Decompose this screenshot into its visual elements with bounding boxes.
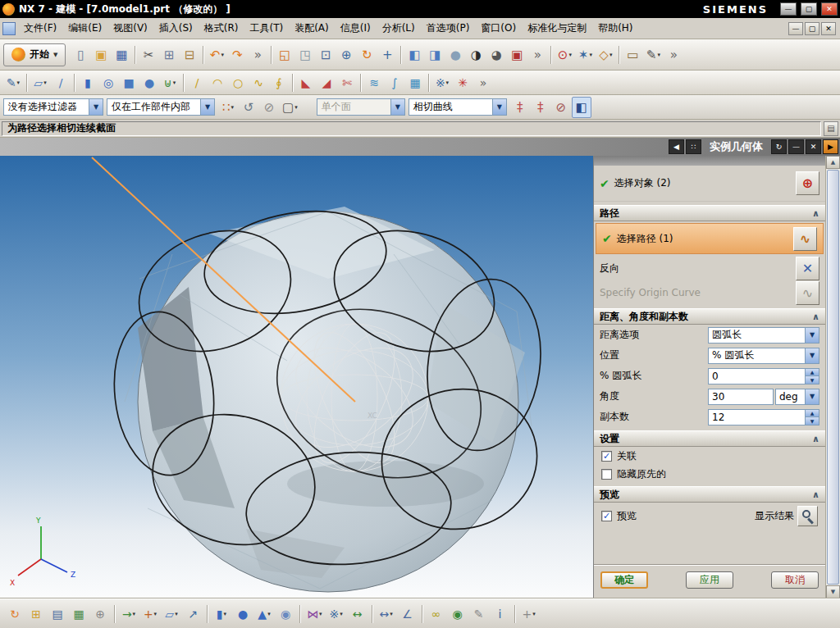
measure-icon[interactable]: ▭: [623, 44, 642, 66]
refresh-icon[interactable]: ↻: [5, 604, 25, 624]
spin-down-icon[interactable]: ▼: [806, 417, 819, 425]
zoom-in-out-icon[interactable]: ⊕: [336, 44, 356, 66]
copies-spinner[interactable]: 12 ▲ ▼: [708, 409, 819, 425]
prompt-options-button[interactable]: ▤: [824, 121, 838, 136]
dropdown-arrow[interactable]: ▾: [390, 611, 393, 617]
menu-item[interactable]: 格式(R): [199, 19, 244, 38]
dialog-back-button[interactable]: ◀: [669, 139, 684, 154]
copies-value[interactable]: 12: [708, 409, 806, 425]
window-layout-icon[interactable]: ◱: [275, 44, 294, 66]
point-constructor-icon[interactable]: +▾: [140, 604, 160, 624]
dropdown-arrow[interactable]: ▾: [221, 52, 224, 58]
open-folder-icon[interactable]: ▣: [91, 44, 111, 66]
datum-display-icon[interactable]: ◇▾: [596, 44, 615, 66]
extrude-icon[interactable]: ▮: [78, 73, 98, 93]
revolve-icon[interactable]: ◎: [98, 73, 118, 93]
spin-buttons[interactable]: ▲ ▼: [806, 368, 819, 385]
scrollbar-thumb[interactable]: [827, 170, 839, 585]
preview-checkbox[interactable]: ✓: [601, 511, 612, 521]
menu-item[interactable]: 插入(S): [153, 19, 199, 38]
sphere-icon[interactable]: ◉: [276, 604, 295, 624]
dropdown-arrow[interactable]: ▾: [589, 52, 592, 58]
paste-icon[interactable]: ⊟: [180, 44, 199, 66]
menu-item[interactable]: 工具(T): [244, 19, 289, 38]
move-object-icon[interactable]: →▾: [119, 604, 139, 624]
selection-filter-combo[interactable]: 没有选择过滤器 ▼: [3, 98, 103, 116]
sketch-icon[interactable]: ✎▾: [3, 73, 23, 93]
dropdown-arrow[interactable]: ▾: [43, 80, 47, 86]
toolbar-overflow-icon[interactable]: »: [527, 44, 547, 66]
face-rule-combo[interactable]: 单个面 ▼: [317, 98, 405, 116]
dropdown-arrow[interactable]: ▾: [446, 80, 450, 86]
curve-rule-button[interactable]: ∿: [793, 227, 817, 251]
selection-mode-icon[interactable]: ↺: [239, 97, 258, 118]
mdi-close-button[interactable]: ✕: [821, 22, 836, 35]
extrude-icon[interactable]: ▮▾: [212, 604, 231, 624]
window-cascade-icon[interactable]: ◳: [295, 44, 315, 66]
layer-icon[interactable]: ▤: [48, 604, 67, 624]
collapse-chevron-icon[interactable]: ∧: [812, 489, 819, 500]
chamfer-icon[interactable]: ◢: [317, 73, 336, 93]
point-dialog-button[interactable]: ⊕: [796, 171, 819, 195]
scroll-up-icon[interactable]: ▲: [826, 156, 840, 169]
toolbar-overflow-icon[interactable]: »: [664, 44, 683, 66]
combo-arrow-icon[interactable]: ▼: [806, 389, 819, 405]
menu-item[interactable]: 编辑(E): [62, 19, 107, 38]
menu-item[interactable]: 视图(V): [107, 19, 153, 38]
graphics-window[interactable]: XC Y X Z: [0, 156, 593, 598]
link-icon[interactable]: ∞: [427, 604, 446, 624]
select-object-row[interactable]: ✔ 选择对象 (2) ⊕: [594, 166, 825, 202]
dropdown-arrow[interactable]: ▾: [294, 104, 298, 111]
collapse-chevron-icon[interactable]: ∧: [812, 208, 819, 219]
mesh-surface-icon[interactable]: ▦: [405, 73, 425, 93]
angle-control[interactable]: 30 deg ▼: [708, 389, 819, 405]
trim-body-icon[interactable]: ✄: [337, 73, 357, 93]
ok-button[interactable]: 确定: [600, 571, 648, 589]
measure-angle-icon[interactable]: ∠: [398, 604, 418, 624]
datum-axis-icon[interactable]: /: [51, 73, 71, 93]
minimize-button[interactable]: —: [780, 2, 797, 16]
dialog-minimize-button[interactable]: —: [788, 139, 804, 154]
menu-item[interactable]: 窗口(O): [475, 19, 522, 38]
dialog-reset-button[interactable]: ↻: [771, 139, 787, 154]
mdi-minimize-button[interactable]: —: [788, 22, 803, 35]
dropdown-arrow[interactable]: ▾: [568, 52, 572, 58]
selection-scope-combo[interactable]: 仅在工作部件内部 ▼: [107, 98, 215, 116]
menu-item[interactable]: 帮助(H): [592, 19, 638, 38]
reverse-direction-row[interactable]: 反向 ✕: [594, 256, 825, 280]
angle-value[interactable]: 30: [708, 389, 774, 405]
show-result-button[interactable]: [797, 506, 818, 526]
dropdown-arrow[interactable]: ▾: [224, 611, 227, 617]
angle-unit-combo[interactable]: deg ▼: [775, 389, 819, 405]
shaded-cube-icon[interactable]: ◧: [572, 97, 591, 118]
dropdown-arrow[interactable]: ▾: [657, 52, 660, 58]
undo-icon[interactable]: ↶▾: [207, 44, 226, 66]
arc-icon[interactable]: ◠: [208, 73, 227, 93]
copy-icon[interactable]: ⊞: [159, 44, 179, 66]
menu-item[interactable]: 信息(I): [335, 19, 377, 38]
lasso-icon[interactable]: ▢▾: [280, 97, 300, 118]
spin-buttons[interactable]: ▲ ▼: [806, 409, 819, 425]
snap-point-icon[interactable]: ⊙▾: [555, 44, 574, 66]
dialog-rail[interactable]: [2, 138, 667, 156]
menu-item[interactable]: 首选项(P): [421, 19, 476, 38]
render-style-icon[interactable]: ◕: [486, 44, 506, 66]
combo-arrow-icon[interactable]: ▼: [806, 327, 819, 344]
swept-icon[interactable]: ∫: [385, 73, 404, 93]
section-settings[interactable]: 设置 ∧: [594, 430, 825, 447]
reverse-direction-button[interactable]: ✕: [796, 257, 819, 280]
note-icon[interactable]: ✎: [469, 604, 489, 624]
close-button[interactable]: ✕: [821, 2, 838, 16]
position-combo[interactable]: % 圆弧长 ▼: [708, 348, 819, 364]
dropdown-arrow[interactable]: ▾: [231, 104, 235, 111]
dropdown-arrow[interactable]: ▾: [340, 611, 343, 617]
line-icon[interactable]: /: [187, 73, 207, 93]
cancel-button[interactable]: 取消: [771, 571, 819, 589]
toolbar-overflow-icon[interactable]: »: [248, 44, 267, 66]
dropdown-arrow[interactable]: ▾: [175, 611, 178, 617]
instance-feature-icon[interactable]: ※▾: [432, 73, 452, 93]
combo-arrow-icon[interactable]: ▼: [390, 99, 404, 115]
combo-arrow-icon[interactable]: ▼: [200, 99, 214, 115]
dropdown-arrow[interactable]: ▾: [532, 611, 536, 617]
hide-original-checkbox[interactable]: [601, 469, 612, 480]
